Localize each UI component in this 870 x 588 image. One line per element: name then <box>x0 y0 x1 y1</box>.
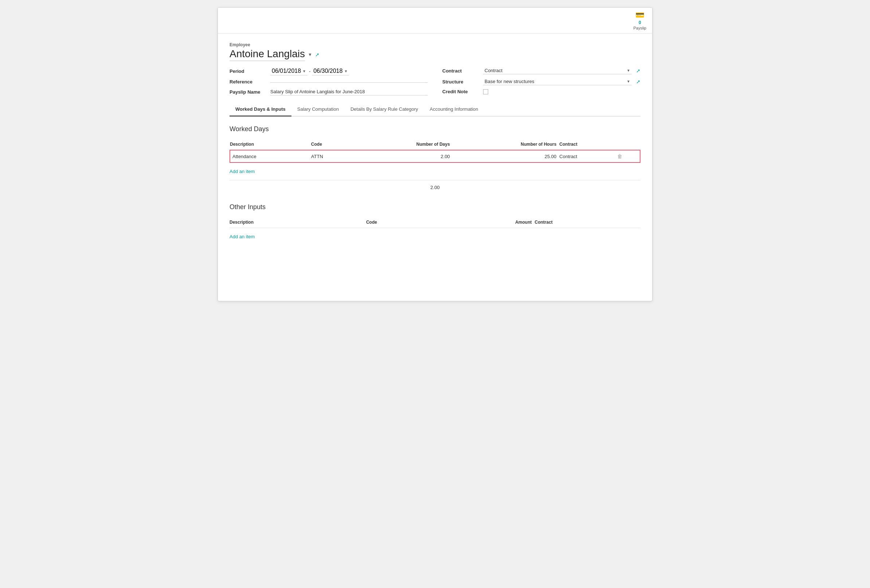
period-start-field[interactable]: 06/01/2018 ▼ <box>270 67 307 75</box>
period-start-value: 06/01/2018 <box>272 68 301 74</box>
tab-salary-computation-label: Salary Computation <box>297 106 339 112</box>
payslip-name-label: Payslip Name <box>229 89 266 95</box>
col-description: Description <box>230 139 311 150</box>
period-end-field[interactable]: 06/30/2018 ▼ <box>312 67 349 75</box>
row-delete[interactable]: 🗑 <box>617 150 640 162</box>
worked-days-row: Attendance ATTN 2.00 25.00 Contract <box>230 150 640 162</box>
other-inputs-table: Description Code Amount Contract <box>229 217 641 228</box>
tab-salary-computation[interactable]: Salary Computation <box>292 103 345 116</box>
form-right: Contract Contract ▼ ➚ Structure Base for… <box>442 67 641 95</box>
other-col-contract: Contract <box>535 217 641 228</box>
reference-label: Reference <box>229 79 266 85</box>
row-contract: Contract <box>559 150 617 162</box>
payslip-icon: 💳 <box>635 10 645 19</box>
credit-note-row: Credit Note <box>442 89 641 94</box>
row-code: ATTN <box>311 150 352 162</box>
tab-accounting[interactable]: Accounting Information <box>424 103 484 116</box>
col-contract: Contract <box>559 139 617 150</box>
col-number-of-days: Number of Days <box>352 139 453 150</box>
other-inputs-section-title: Other Inputs <box>229 203 641 211</box>
period-end-arrow: ▼ <box>344 69 347 73</box>
tab-worked-days[interactable]: Worked Days & Inputs <box>229 103 292 116</box>
form-left: Period 06/01/2018 ▼ - 06/30/2018 ▼ <box>229 67 428 95</box>
other-col-description: Description <box>229 217 366 228</box>
contract-field[interactable]: Contract ▼ <box>483 67 632 74</box>
tab-details[interactable]: Details By Salary Rule Category <box>345 103 424 116</box>
worked-days-add-item[interactable]: Add an item <box>229 169 255 174</box>
employee-external-link[interactable]: ➚ <box>315 52 319 58</box>
employee-dropdown-arrow[interactable]: ▼ <box>308 52 312 57</box>
tab-details-label: Details By Salary Rule Category <box>350 106 418 112</box>
contract-value: Contract <box>484 68 625 73</box>
period-fields: 06/01/2018 ▼ - 06/30/2018 ▼ <box>270 67 349 75</box>
col-number-of-hours: Number of Hours <box>453 139 559 150</box>
payslip-name-value: Salary Slip of Antoine Langlais for June… <box>270 89 365 94</box>
tab-worked-days-label: Worked Days & Inputs <box>235 106 286 112</box>
contract-dropdown-arrow: ▼ <box>627 68 630 73</box>
form-grid: Period 06/01/2018 ▼ - 06/30/2018 ▼ <box>229 67 641 95</box>
main-window: 💳 0 Payslip Employee Antoine Langlais ▼ … <box>218 7 652 301</box>
worked-days-table: Description Code Number of Days Number o… <box>229 139 641 163</box>
period-label: Period <box>229 68 266 74</box>
structure-external-link[interactable]: ➚ <box>636 79 641 85</box>
employee-name: Antoine Langlais <box>229 48 305 61</box>
other-inputs-add-item[interactable]: Add an item <box>229 234 255 239</box>
structure-field[interactable]: Base for new structures ▼ <box>483 78 632 85</box>
period-end-value: 06/30/2018 <box>313 68 343 74</box>
tabs: Worked Days & Inputs Salary Computation … <box>229 103 641 116</box>
other-col-code: Code <box>366 217 436 228</box>
structure-row: Structure Base for new structures ▼ ➚ <box>442 78 641 85</box>
col-actions <box>617 139 640 150</box>
tab-accounting-label: Accounting Information <box>430 106 478 112</box>
credit-note-label: Credit Note <box>442 89 479 94</box>
reference-field[interactable] <box>270 81 428 83</box>
contract-label: Contract <box>442 68 479 74</box>
col-code: Code <box>311 139 352 150</box>
credit-note-checkbox[interactable] <box>483 89 488 94</box>
worked-days-section-title: Worked Days <box>229 125 641 133</box>
other-col-amount: Amount <box>436 217 535 228</box>
employee-name-row: Antoine Langlais ▼ ➚ <box>229 48 641 61</box>
row-days: 2.00 <box>352 150 453 162</box>
period-start-arrow: ▼ <box>302 69 306 73</box>
row-description: Attendance <box>230 150 311 162</box>
structure-dropdown-arrow: ▼ <box>627 79 630 83</box>
structure-label: Structure <box>442 79 479 85</box>
payslip-name-row: Payslip Name Salary Slip of Antoine Lang… <box>229 88 428 95</box>
contract-row: Contract Contract ▼ ➚ <box>442 67 641 74</box>
employee-label: Employee <box>229 42 641 48</box>
payslip-button[interactable]: 💳 0 Payslip <box>633 10 646 30</box>
row-hours: 25.00 <box>453 150 559 162</box>
top-bar: 💳 0 Payslip <box>218 7 652 34</box>
period-row: Period 06/01/2018 ▼ - 06/30/2018 ▼ <box>229 67 428 75</box>
payslip-count: 0 <box>639 20 641 25</box>
structure-value: Base for new structures <box>484 79 625 84</box>
delete-row-icon[interactable]: 🗑 <box>617 153 622 159</box>
worked-days-total: 2.00 <box>229 180 641 195</box>
period-separator: - <box>309 68 310 74</box>
main-content: Employee Antoine Langlais ▼ ➚ Period 06/… <box>218 34 652 254</box>
reference-row: Reference <box>229 79 428 85</box>
contract-external-link[interactable]: ➚ <box>636 68 641 74</box>
payslip-name-field[interactable]: Salary Slip of Antoine Langlais for June… <box>270 88 428 95</box>
payslip-label: Payslip <box>633 26 646 30</box>
